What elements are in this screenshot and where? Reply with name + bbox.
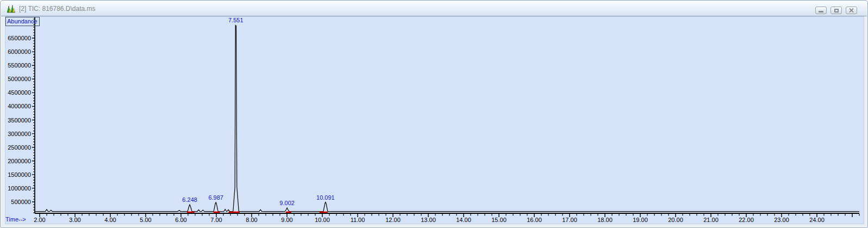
- x-axis-title: Time-->: [5, 216, 26, 223]
- y-axis-title: Abundance: [5, 17, 40, 26]
- title-bar[interactable]: [2] TIC: 816786.D\data.ms: [1, 1, 867, 16]
- window-title: [2] TIC: 816786.D\data.ms: [19, 1, 96, 16]
- minimize-button[interactable]: [815, 7, 827, 14]
- window-controls: [815, 7, 857, 14]
- minimize-icon: [819, 11, 823, 13]
- chromatogram-window: [2] TIC: 816786.D\data.ms 50000010000001…: [0, 0, 868, 228]
- plot-area[interactable]: [5, 16, 864, 224]
- restore-icon: [834, 9, 839, 13]
- restore-button[interactable]: [830, 7, 842, 14]
- close-icon: [849, 8, 854, 13]
- close-button[interactable]: [846, 7, 857, 14]
- chromatogram-app-icon[interactable]: [7, 4, 16, 14]
